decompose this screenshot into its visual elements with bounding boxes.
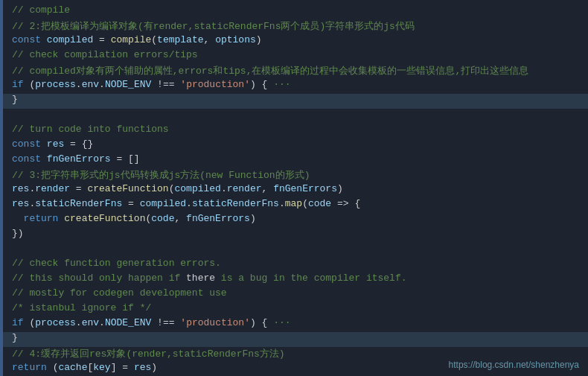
code-text: // this should only happen if there is a… (12, 273, 582, 284)
code-line-4: // check compilation errors/tips (0, 49, 588, 64)
code-text: // turn code into functions (12, 124, 582, 135)
code-line-14: res.staticRenderFns = compiled.staticRen… (0, 198, 588, 213)
code-line-8 (0, 109, 588, 124)
code-text: } (12, 332, 582, 343)
code-line-11: const fnGenErrors = [] (0, 153, 588, 168)
code-text: res.staticRenderFns = compiled.staticRen… (12, 198, 582, 209)
code-line-16: }) (0, 228, 588, 243)
code-line-22: if (process.env.NODE_ENV !== 'production… (0, 317, 588, 332)
code-line-5: // compiled对象有两个辅助的属性,errors和tips,在模板编译的… (0, 64, 588, 79)
code-line-20: // mostly for codegen development use (0, 287, 588, 302)
code-line-7: } (0, 94, 588, 109)
code-line-1: // compile (0, 4, 588, 19)
code-line-9: // turn code into functions (0, 124, 588, 138)
code-line-3: const compiled = compile(template, optio… (0, 34, 588, 49)
code-line-15: return createFunction(code, fnGenErrors) (0, 213, 588, 228)
code-text: res.render = createFunction(compiled.ren… (12, 183, 582, 194)
code-text: // check compilation errors/tips (12, 49, 582, 60)
code-line-2: // 2:把模板编译为编译对象(有render,staticRenderFns两… (0, 19, 588, 34)
code-text: const compiled = compile(template, optio… (12, 34, 582, 45)
watermark: https://blog.csdn.net/shenzhenya (449, 360, 579, 370)
code-text: const fnGenErrors = [] (12, 153, 582, 165)
code-line-6: if (process.env.NODE_ENV !== 'production… (0, 79, 588, 94)
code-text: // mostly for codegen development use (12, 287, 582, 299)
code-text: // 2:把模板编译为编译对象(有render,staticRenderFns两… (12, 19, 582, 33)
code-text: if (process.env.NODE_ENV !== 'production… (12, 79, 582, 90)
code-text: return createFunction(code, fnGenErrors) (12, 213, 582, 224)
left-border (0, 0, 3, 376)
code-text: // compiled对象有两个辅助的属性,errors和tips,在模板编译的… (12, 64, 582, 77)
code-text: } (12, 94, 582, 105)
code-line-21: /* istanbul ignore if */ (0, 302, 588, 317)
code-text: // check function generation errors. (12, 258, 582, 269)
code-text: }) (12, 228, 582, 239)
code-line-19: // this should only happen if there is a… (0, 273, 588, 287)
code-text: const res = {} (12, 138, 582, 150)
code-line-23: } (0, 332, 588, 347)
code-text: // compile (12, 4, 582, 16)
code-editor: // compile // 2:把模板编译为编译对象(有render,stati… (0, 0, 588, 376)
code-line-18: // check function generation errors. (0, 258, 588, 273)
code-text: /* istanbul ignore if */ (12, 302, 582, 313)
code-text: if (process.env.NODE_ENV !== 'production… (12, 317, 582, 328)
code-text: // 4:缓存并返回res对象(render,staticRenderFns方法… (12, 347, 582, 360)
code-text (12, 243, 582, 254)
code-line-10: const res = {} (0, 138, 588, 153)
code-text: // 3:把字符串形式的js代码转换成js方法(new Function的形式) (12, 168, 582, 182)
code-text (12, 109, 582, 120)
code-line-12: // 3:把字符串形式的js代码转换成js方法(new Function的形式) (0, 168, 588, 183)
code-line-17 (0, 243, 588, 258)
code-line-13: res.render = createFunction(compiled.ren… (0, 183, 588, 198)
